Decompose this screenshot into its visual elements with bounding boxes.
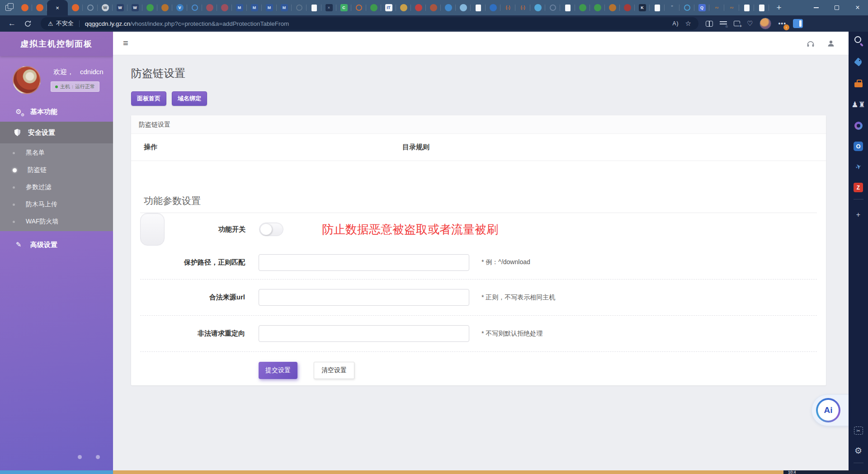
submenu-item[interactable]: 黑名单 [0, 144, 113, 161]
favorites-bar-icon[interactable] [720, 21, 727, 27]
red-app-icon[interactable]: Z [854, 183, 863, 192]
text-input[interactable] [259, 325, 469, 342]
browser-tab[interactable] [157, 0, 172, 15]
headset-icon[interactable] [806, 39, 815, 47]
toolbox-icon[interactable] [853, 78, 864, 89]
close-button[interactable]: × [847, 0, 868, 15]
browser-tab[interactable]: ∾ [724, 0, 739, 15]
browser-tab[interactable]: (-) [515, 0, 530, 15]
browser-tab[interactable]: ” [665, 0, 679, 15]
browser-tab[interactable]: V [172, 0, 187, 15]
address-bar[interactable]: ⚠ 不安全 qqggcdn.ly.gz.cn/vhost/index.php?c… [41, 17, 698, 30]
browser-tab[interactable] [620, 0, 635, 15]
favorite-star-icon[interactable]: ☆ [685, 19, 691, 28]
shopping-icon[interactable] [853, 57, 864, 67]
microsoft-365-icon[interactable] [853, 120, 864, 131]
browser-tab[interactable] [32, 0, 47, 15]
browser-tab[interactable] [486, 0, 500, 15]
browser-tab[interactable]: IT [381, 0, 396, 15]
minimize-button[interactable] [806, 0, 826, 15]
text-input[interactable] [259, 254, 469, 271]
browser-tab[interactable] [307, 0, 321, 15]
browser-tab[interactable]: C [336, 0, 351, 15]
submenu-item[interactable]: 防盗链 [0, 161, 113, 179]
browser-tab[interactable] [471, 0, 486, 15]
browser-tab[interactable]: W [113, 0, 127, 15]
menu-icon[interactable]: ≡ [123, 38, 128, 48]
browser-tab[interactable]: W [98, 0, 113, 15]
user-avatar[interactable] [13, 66, 41, 94]
browser-tab[interactable] [739, 0, 754, 15]
sidebar-item-security[interactable]: 安全设置 [0, 122, 113, 143]
feature-toggle[interactable] [259, 223, 283, 236]
browser-tab[interactable] [605, 0, 620, 15]
sidebar-item-advanced[interactable]: 高级设置 [0, 235, 113, 255]
browser-tab[interactable]: M [262, 0, 277, 15]
browser-tab[interactable]: W [127, 0, 142, 15]
browser-tab[interactable]: Q [694, 0, 709, 15]
browser-tab[interactable]: K [635, 0, 650, 15]
user-icon[interactable] [827, 39, 835, 47]
text-input[interactable] [259, 289, 469, 306]
browser-tab[interactable]: ∾ [709, 0, 724, 15]
browser-tab[interactable] [590, 0, 605, 15]
browser-tab[interactable] [217, 0, 232, 15]
browser-tab[interactable]: × [321, 0, 336, 15]
browser-tab[interactable]: M [277, 0, 292, 15]
browser-tab[interactable]: M [232, 0, 247, 15]
browser-tab[interactable]: (-) [500, 0, 515, 15]
collections-icon[interactable] [734, 21, 740, 26]
profile-avatar[interactable] [760, 18, 771, 29]
submenu-item[interactable]: 参数过滤 [0, 179, 113, 196]
browser-tab[interactable] [366, 0, 381, 15]
browser-tab[interactable] [650, 0, 665, 15]
browser-tab[interactable] [545, 0, 560, 15]
drop-icon[interactable]: ✈ [851, 160, 865, 174]
refresh-button[interactable] [24, 20, 32, 28]
clear-button[interactable]: 清空设置 [314, 362, 354, 379]
browser-tab[interactable]: × [47, 0, 68, 15]
page-nav-button[interactable]: 面板首页 [131, 91, 166, 106]
browser-tab[interactable] [396, 0, 411, 15]
sidebar-toggle-icon[interactable] [793, 19, 803, 28]
outlook-icon[interactable]: O [854, 142, 863, 151]
browser-tab[interactable] [426, 0, 441, 15]
maximize-button[interactable] [826, 0, 847, 15]
page-nav-button[interactable]: 域名绑定 [172, 91, 207, 106]
sidebar-item-basic[interactable]: 基本功能 [0, 102, 113, 122]
new-tab-button[interactable]: + [771, 0, 787, 15]
browser-tab[interactable] [142, 0, 157, 15]
settings-icon[interactable]: ⚙ [853, 445, 864, 456]
browser-tab[interactable] [292, 0, 307, 15]
submenu-item[interactable]: 防木马上传 [0, 196, 113, 213]
essentials-icon[interactable]: ♡ [747, 19, 753, 28]
split-screen-icon[interactable] [706, 21, 713, 27]
browser-tab[interactable] [411, 0, 426, 15]
back-button[interactable]: ← [8, 19, 16, 28]
browser-tab[interactable]: M [247, 0, 262, 15]
screenshot-icon[interactable]: ✂ [854, 427, 863, 435]
workspaces-icon[interactable] [5, 3, 14, 13]
browser-tab[interactable] [679, 0, 694, 15]
browser-tab[interactable] [17, 0, 32, 15]
browser-tab[interactable] [351, 0, 366, 15]
browser-tab[interactable] [83, 0, 98, 15]
search-icon[interactable] [853, 35, 864, 46]
games-icon[interactable]: ♟♜ [853, 99, 864, 110]
ai-assistant-button[interactable]: Ai [811, 394, 849, 426]
browser-tab[interactable] [187, 0, 202, 15]
browser-tab[interactable] [441, 0, 456, 15]
submit-button[interactable]: 提交设置 [259, 362, 297, 379]
add-sidebar-app-icon[interactable]: + [853, 209, 864, 220]
read-aloud-icon[interactable]: A) [673, 20, 679, 27]
browser-tab[interactable] [754, 0, 769, 15]
browser-tab[interactable] [575, 0, 590, 15]
browser-tab[interactable] [68, 0, 83, 15]
browser-tab[interactable] [530, 0, 545, 15]
form-row: 非法请求重定向 * 不写则默认拒绝处理 [140, 316, 817, 352]
browser-tab[interactable] [560, 0, 575, 15]
browser-tab[interactable] [202, 0, 217, 15]
submenu-item[interactable]: WAF防火墙 [0, 213, 113, 230]
more-menu-icon[interactable]: •••↑ [778, 20, 786, 27]
browser-tab[interactable] [456, 0, 471, 15]
